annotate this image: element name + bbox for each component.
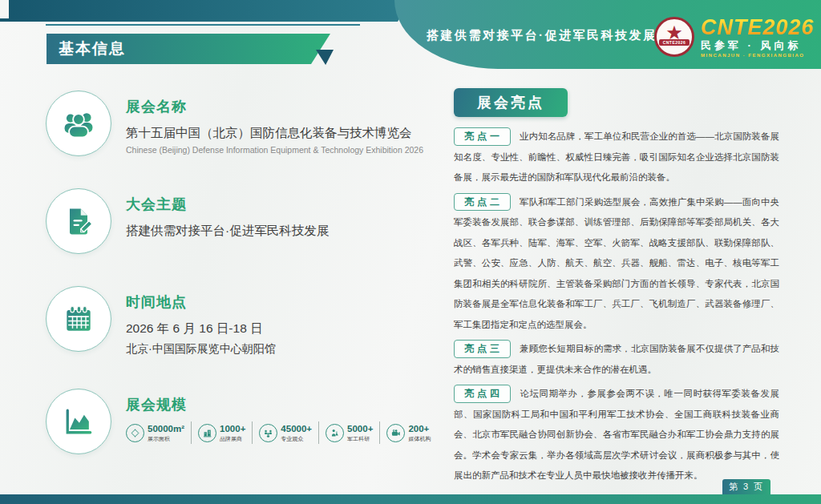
info-item-scale: 展会规模 50000m² 展示面积 — [46, 389, 437, 454]
info-item-time-place: 时间地点 2026 年 6 月 16 日-18 日 北京·中国国际展览中心朝阳馆 — [46, 286, 437, 357]
brochure-page: 搭建供需对接平台·促进军民科技发展 ★ CNTE2026 CNTE2026 民参… — [0, 0, 821, 504]
logo-slogan: 民参军 · 风向标 — [701, 40, 815, 51]
info-item-exhibition-name: 展会名称 第十五届中国（北京）国防信息化装备与技术博览会 Chinese (Be… — [46, 91, 437, 156]
document-pencil-icon — [46, 188, 111, 254]
theme-text: 搭建供需对接平台·促进军民科技发展 — [126, 221, 329, 240]
scale-stats-row: 50000m² 展示面积 1000+ 品牌展商 — [126, 421, 431, 444]
ribbon-fold-tail — [316, 50, 334, 65]
logo-wordmark: CNTE2026 — [701, 16, 815, 38]
highlights-title-banner: 展会亮点 — [454, 88, 568, 117]
stat-exhibit-area: 50000m² 展示面积 — [126, 424, 184, 442]
stat-visitors: 45000+ 专业观众 — [259, 424, 312, 442]
page-title: 基本信息 — [59, 38, 126, 59]
audience-icon — [259, 424, 277, 442]
stat-exhibitors: 1000+ 品牌展商 — [198, 424, 245, 442]
info-title: 展会名称 — [126, 97, 423, 116]
stat-value: 50000m² — [148, 425, 184, 434]
logo-slogan-en: MINCANJUN · FENGXIANGBIAO — [701, 53, 815, 58]
stat-value: 1000+ — [220, 425, 245, 434]
stat-value: 45000+ — [281, 425, 312, 434]
highlights-title: 展会亮点 — [477, 93, 544, 112]
stat-value: 5000+ — [347, 425, 373, 434]
exhibition-name-cn: 第十五届中国（北京）国防信息化装备与技术博览会 — [126, 123, 423, 142]
building-icon — [198, 424, 216, 442]
media-icon — [386, 424, 405, 442]
info-column: 展会名称 第十五届中国（北京）国防信息化装备与技术博览会 Chinese (Be… — [46, 91, 437, 486]
people-group-icon — [46, 91, 111, 156]
page-number: 第 3 页 — [729, 481, 764, 493]
corner-notch — [0, 0, 9, 18]
research-icon — [326, 424, 344, 442]
highlight-badge: 亮点四 — [454, 385, 511, 403]
highlight-item-1: 亮点一业内知名品牌，军工单位和民营企业的首选——北京国防装备展知名度、专业性、前… — [454, 127, 779, 188]
footer-bar — [0, 494, 821, 504]
stat-media: 200+ 媒体机构 — [386, 424, 431, 442]
divider — [318, 421, 319, 444]
event-dates: 2026 年 6 月 16 日-18 日 — [126, 319, 276, 337]
calendar-icon — [46, 286, 111, 352]
section-title-ribbon: 基本信息 — [47, 34, 330, 64]
stat-label: 展示面积 — [148, 436, 184, 442]
logo-text: CNTE2026 民参军 · 风向标 MINCANJUN · FENGXIANG… — [701, 16, 815, 58]
info-item-theme: 大会主题 搭建供需对接平台·促进军民科技发展 — [46, 188, 437, 254]
cnte-logo: ★ CNTE2026 CNTE2026 民参军 · 风向标 MINCANJUN … — [654, 16, 815, 58]
divider — [379, 421, 380, 444]
stat-label: 军工科研 — [347, 436, 373, 442]
stat-label: 品牌展商 — [220, 436, 245, 442]
stat-label: 媒体机构 — [408, 436, 431, 442]
highlight-item-3: 亮点三兼顾您长短期目标的需求，北京国防装备展不仅提供了产品和技术的销售直接渠道，… — [454, 339, 779, 380]
highlight-text: 军队和军工部门采购选型展会，高效推广集中采购——面向中央军委装备发展部、联合参谋… — [454, 197, 779, 329]
info-title: 展会规模 — [126, 395, 431, 414]
event-venue: 北京·中国国际展览中心朝阳馆 — [126, 342, 276, 357]
divider — [191, 421, 192, 444]
highlight-item-2: 亮点二军队和军工部门采购选型展会，高效推广集中采购——面向中央军委装备发展部、联… — [454, 192, 779, 336]
exhibition-name-en: Chinese (Beijing) Defense Information Eq… — [126, 145, 423, 155]
title-accent-line — [46, 24, 360, 26]
header-top-bar — [0, 0, 410, 22]
stat-value: 200+ — [408, 425, 431, 434]
page-number-badge: 第 3 页 — [722, 479, 770, 494]
highlight-item-4: 亮点四论坛同期举办，参展参会两不误，唯一同时获得军委装备发展部、国家国防科工局和… — [454, 384, 779, 486]
highlight-badge: 亮点三 — [454, 340, 511, 358]
info-title: 大会主题 — [126, 195, 329, 214]
header-tagline: 搭建供需对接平台·促进军民科技发展 — [427, 28, 657, 43]
area-measure-icon — [126, 424, 144, 442]
highlights-panel: 展会亮点 亮点一业内知名品牌，军工单位和民营企业的首选——北京国防装备展知名度、… — [454, 88, 779, 490]
highlight-badge: 亮点一 — [454, 127, 511, 146]
highlight-badge: 亮点二 — [454, 193, 511, 212]
stat-research: 5000+ 军工科研 — [326, 424, 373, 442]
emblem-label: CNTE2026 — [659, 39, 690, 46]
area-chart-icon — [46, 389, 111, 454]
info-title: 时间地点 — [126, 292, 276, 312]
star-emblem-icon: ★ CNTE2026 — [654, 17, 694, 57]
divider — [252, 421, 253, 444]
stat-label: 专业观众 — [281, 436, 312, 442]
